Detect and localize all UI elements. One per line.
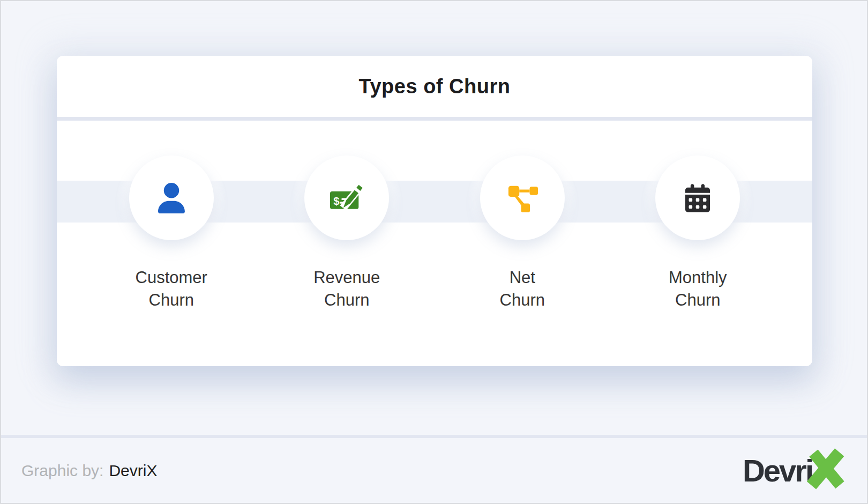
infographic-page: Types of Churn Customer (0, 0, 868, 504)
user-icon (158, 183, 185, 213)
credit-name: DevriX (109, 462, 157, 479)
churn-columns: Customer Churn $ (57, 121, 812, 366)
icon-circle-halo (117, 143, 226, 253)
credit-prefix: Graphic by: (21, 462, 103, 479)
devrix-x-icon (805, 448, 847, 490)
title-body-divider (57, 117, 812, 121)
card-title-section: Types of Churn (57, 56, 812, 117)
churn-item-net: Net Churn (435, 121, 610, 366)
footer: Graphic by:DevriX Devri (1, 435, 867, 503)
churn-item-monthly: Monthly Churn (610, 121, 786, 366)
icon-circle (129, 155, 214, 240)
devrix-logo: Devri (743, 452, 847, 490)
icon-circle-halo (643, 143, 752, 253)
dollar-sign: $ (334, 195, 340, 207)
card-body: Customer Churn $ (57, 121, 812, 366)
infographic-card: Types of Churn Customer (57, 56, 812, 366)
churn-item-revenue: $ Revenue Churn (259, 121, 435, 366)
calendar-icon (685, 184, 710, 212)
network-icon (507, 183, 538, 213)
icon-circle: $ (304, 155, 389, 240)
icon-circle-halo (468, 143, 577, 253)
credit-line: Graphic by:DevriX (21, 462, 157, 480)
icon-circle-halo: $ (292, 143, 401, 253)
icon-circle (655, 155, 740, 240)
churn-item-customer: Customer Churn (84, 121, 259, 366)
churn-label-net: Net Churn (500, 266, 545, 312)
money-check-pen-icon: $ (330, 185, 364, 211)
churn-label-customer: Customer Churn (136, 266, 207, 312)
churn-label-monthly: Monthly Churn (669, 266, 727, 312)
devrix-logo-text: Devri (743, 453, 812, 488)
churn-label-revenue: Revenue Churn (313, 266, 380, 312)
icon-circle (480, 155, 565, 240)
page-title: Types of Churn (359, 75, 511, 98)
